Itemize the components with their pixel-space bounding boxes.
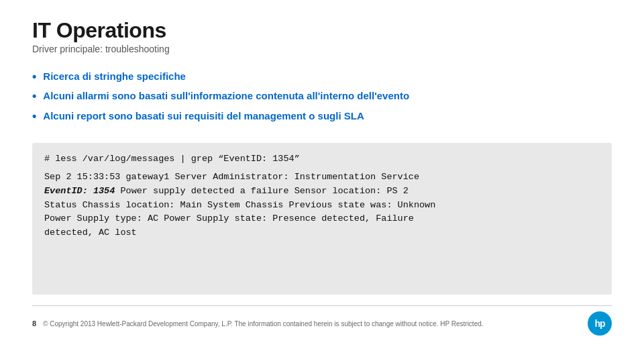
code-event-id: EventID: 1354 — [44, 186, 115, 196]
hp-logo-text: hp — [594, 318, 604, 329]
code-command: # less /var/log/messages | grep “EventID… — [44, 152, 600, 166]
page-number: 8 — [32, 319, 36, 328]
bullet-item-2: Alcuni allarmi sono basati sull'informaz… — [32, 89, 612, 105]
bullet-item-1: Ricerca di stringhe specifiche — [32, 69, 612, 85]
footer-copyright: © Copyright 2013 Hewlett-Packard Develop… — [43, 320, 483, 328]
footer-left: 8 © Copyright 2013 Hewlett-Packard Devel… — [32, 319, 484, 328]
hp-logo: hp — [588, 311, 612, 336]
hp-logo-circle: hp — [588, 311, 612, 336]
page-title: IT Operations — [32, 19, 612, 42]
page-subtitle: Driver principale: troubleshooting — [32, 44, 612, 54]
code-block: # less /var/log/messages | grep “EventID… — [32, 143, 612, 295]
code-output: Sep 2 15:33:53 gateway1 Server Administr… — [44, 170, 600, 241]
page-wrapper: IT Operations Driver principale: trouble… — [0, 0, 644, 349]
bullet-list: Ricerca di stringhe specifiche Alcuni al… — [32, 69, 612, 128]
footer: 8 © Copyright 2013 Hewlett-Packard Devel… — [32, 305, 612, 336]
bullet-item-3: Alcuni report sono basati sui requisiti … — [32, 109, 612, 125]
